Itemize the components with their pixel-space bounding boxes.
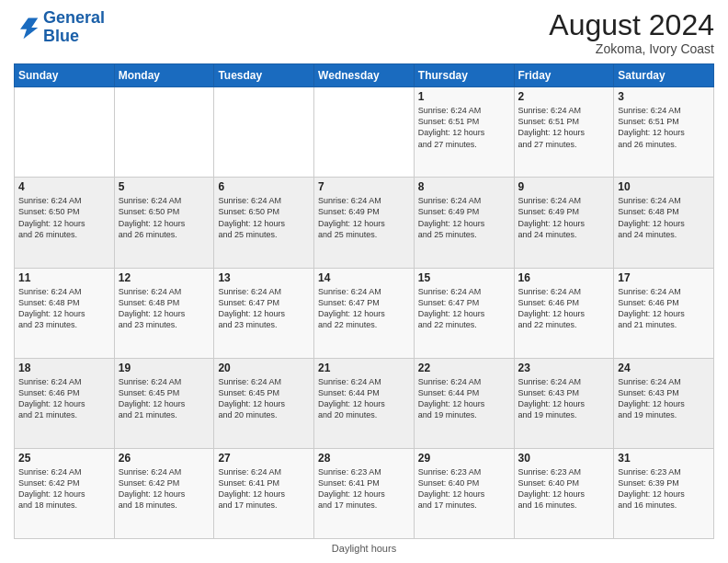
day-number: 28: [318, 452, 410, 465]
calendar-cell: [114, 87, 214, 178]
day-header-saturday: Saturday: [614, 64, 714, 87]
day-header-friday: Friday: [514, 64, 614, 87]
footer-text: Daylight hours: [332, 543, 396, 554]
month-year: August 2024: [549, 9, 714, 41]
page: General Blue August 2024 Zokoma, Ivory C…: [0, 0, 728, 563]
calendar-week-row: 4Sunrise: 6:24 AM Sunset: 6:50 PM Daylig…: [15, 178, 714, 268]
day-info: Sunrise: 6:24 AM Sunset: 6:48 PM Dayligh…: [618, 195, 710, 240]
day-info: Sunrise: 6:24 AM Sunset: 6:47 PM Dayligh…: [218, 286, 310, 331]
day-info: Sunrise: 6:24 AM Sunset: 6:41 PM Dayligh…: [218, 466, 310, 511]
calendar-cell: [314, 87, 415, 178]
calendar-cell: [214, 87, 314, 178]
title-block: August 2024 Zokoma, Ivory Coast: [549, 9, 714, 56]
calendar-cell: 23Sunrise: 6:24 AM Sunset: 6:43 PM Dayli…: [514, 358, 614, 448]
calendar-cell: 6Sunrise: 6:24 AM Sunset: 6:50 PM Daylig…: [214, 178, 314, 268]
day-number: 13: [218, 271, 310, 284]
day-info: Sunrise: 6:24 AM Sunset: 6:50 PM Dayligh…: [218, 195, 310, 240]
day-info: Sunrise: 6:24 AM Sunset: 6:47 PM Dayligh…: [418, 286, 510, 331]
day-number: 1: [418, 90, 510, 103]
calendar-cell: 14Sunrise: 6:24 AM Sunset: 6:47 PM Dayli…: [314, 268, 415, 358]
day-info: Sunrise: 6:24 AM Sunset: 6:48 PM Dayligh…: [119, 286, 210, 331]
calendar-table: SundayMondayTuesdayWednesdayThursdayFrid…: [14, 63, 714, 539]
day-number: 26: [119, 452, 210, 465]
calendar-cell: 28Sunrise: 6:23 AM Sunset: 6:41 PM Dayli…: [314, 448, 415, 538]
day-info: Sunrise: 6:24 AM Sunset: 6:49 PM Dayligh…: [318, 195, 410, 240]
day-info: Sunrise: 6:24 AM Sunset: 6:44 PM Dayligh…: [418, 376, 510, 421]
day-number: 16: [518, 271, 610, 284]
day-number: 17: [618, 271, 710, 284]
day-number: 5: [119, 180, 210, 193]
day-number: 2: [518, 90, 610, 103]
calendar-cell: 15Sunrise: 6:24 AM Sunset: 6:47 PM Dayli…: [414, 268, 514, 358]
day-header-wednesday: Wednesday: [314, 64, 415, 87]
day-number: 9: [518, 180, 610, 193]
day-number: 11: [18, 271, 110, 284]
calendar-cell: 30Sunrise: 6:23 AM Sunset: 6:40 PM Dayli…: [514, 448, 614, 538]
calendar-cell: 9Sunrise: 6:24 AM Sunset: 6:49 PM Daylig…: [514, 178, 614, 268]
day-number: 14: [318, 271, 410, 284]
day-info: Sunrise: 6:24 AM Sunset: 6:45 PM Dayligh…: [218, 376, 310, 421]
calendar-header-row: SundayMondayTuesdayWednesdayThursdayFrid…: [15, 64, 714, 87]
day-info: Sunrise: 6:24 AM Sunset: 6:42 PM Dayligh…: [18, 466, 110, 511]
calendar-cell: 29Sunrise: 6:23 AM Sunset: 6:40 PM Dayli…: [414, 448, 514, 538]
calendar-cell: 26Sunrise: 6:24 AM Sunset: 6:42 PM Dayli…: [114, 448, 214, 538]
day-number: 7: [318, 180, 410, 193]
day-number: 12: [119, 271, 210, 284]
calendar-cell: 21Sunrise: 6:24 AM Sunset: 6:44 PM Dayli…: [314, 358, 415, 448]
day-info: Sunrise: 6:24 AM Sunset: 6:49 PM Dayligh…: [518, 195, 610, 240]
day-info: Sunrise: 6:24 AM Sunset: 6:43 PM Dayligh…: [618, 376, 710, 421]
calendar-cell: 18Sunrise: 6:24 AM Sunset: 6:46 PM Dayli…: [15, 358, 115, 448]
day-number: 20: [218, 362, 310, 374]
day-info: Sunrise: 6:23 AM Sunset: 6:41 PM Dayligh…: [318, 466, 410, 511]
calendar-cell: 1Sunrise: 6:24 AM Sunset: 6:51 PM Daylig…: [414, 87, 514, 178]
day-number: 27: [218, 452, 310, 465]
logo-text: General Blue: [43, 9, 105, 46]
calendar-cell: 11Sunrise: 6:24 AM Sunset: 6:48 PM Dayli…: [15, 268, 115, 358]
calendar-week-row: 25Sunrise: 6:24 AM Sunset: 6:42 PM Dayli…: [15, 448, 714, 538]
day-number: 23: [518, 362, 610, 374]
day-header-thursday: Thursday: [414, 64, 514, 87]
day-info: Sunrise: 6:24 AM Sunset: 6:43 PM Dayligh…: [518, 376, 610, 421]
logo-icon: [14, 15, 40, 40]
logo-line1: General: [43, 8, 105, 27]
calendar-cell: [15, 87, 115, 178]
calendar-cell: 19Sunrise: 6:24 AM Sunset: 6:45 PM Dayli…: [114, 358, 214, 448]
location: Zokoma, Ivory Coast: [549, 41, 714, 56]
calendar-cell: 31Sunrise: 6:23 AM Sunset: 6:39 PM Dayli…: [614, 448, 714, 538]
day-info: Sunrise: 6:24 AM Sunset: 6:51 PM Dayligh…: [518, 105, 610, 150]
day-header-monday: Monday: [114, 64, 214, 87]
calendar-cell: 20Sunrise: 6:24 AM Sunset: 6:45 PM Dayli…: [214, 358, 314, 448]
calendar-cell: 3Sunrise: 6:24 AM Sunset: 6:51 PM Daylig…: [614, 87, 714, 178]
day-number: 18: [18, 362, 110, 374]
calendar-cell: 17Sunrise: 6:24 AM Sunset: 6:46 PM Dayli…: [614, 268, 714, 358]
calendar-cell: 27Sunrise: 6:24 AM Sunset: 6:41 PM Dayli…: [214, 448, 314, 538]
calendar-cell: 12Sunrise: 6:24 AM Sunset: 6:48 PM Dayli…: [114, 268, 214, 358]
day-info: Sunrise: 6:24 AM Sunset: 6:46 PM Dayligh…: [18, 376, 110, 421]
svg-marker-0: [20, 17, 38, 39]
day-number: 4: [18, 180, 110, 193]
day-number: 10: [618, 180, 710, 193]
calendar-week-row: 18Sunrise: 6:24 AM Sunset: 6:46 PM Dayli…: [15, 358, 714, 448]
day-number: 15: [418, 271, 510, 284]
day-number: 31: [618, 452, 710, 465]
day-info: Sunrise: 6:24 AM Sunset: 6:48 PM Dayligh…: [18, 286, 110, 331]
day-header-tuesday: Tuesday: [214, 64, 314, 87]
day-info: Sunrise: 6:24 AM Sunset: 6:51 PM Dayligh…: [418, 105, 510, 150]
calendar-week-row: 1Sunrise: 6:24 AM Sunset: 6:51 PM Daylig…: [15, 87, 714, 178]
day-number: 24: [618, 362, 710, 374]
calendar-cell: 7Sunrise: 6:24 AM Sunset: 6:49 PM Daylig…: [314, 178, 415, 268]
footer: Daylight hours: [14, 539, 714, 554]
day-info: Sunrise: 6:24 AM Sunset: 6:46 PM Dayligh…: [618, 286, 710, 331]
calendar-week-row: 11Sunrise: 6:24 AM Sunset: 6:48 PM Dayli…: [15, 268, 714, 358]
calendar-cell: 22Sunrise: 6:24 AM Sunset: 6:44 PM Dayli…: [414, 358, 514, 448]
day-info: Sunrise: 6:23 AM Sunset: 6:40 PM Dayligh…: [518, 466, 610, 511]
calendar-cell: 24Sunrise: 6:24 AM Sunset: 6:43 PM Dayli…: [614, 358, 714, 448]
calendar-cell: 16Sunrise: 6:24 AM Sunset: 6:46 PM Dayli…: [514, 268, 614, 358]
day-header-sunday: Sunday: [15, 64, 115, 87]
day-number: 6: [218, 180, 310, 193]
calendar-cell: 5Sunrise: 6:24 AM Sunset: 6:50 PM Daylig…: [114, 178, 214, 268]
day-number: 3: [618, 90, 710, 103]
day-info: Sunrise: 6:24 AM Sunset: 6:44 PM Dayligh…: [318, 376, 410, 421]
day-info: Sunrise: 6:24 AM Sunset: 6:47 PM Dayligh…: [318, 286, 410, 331]
calendar-cell: 10Sunrise: 6:24 AM Sunset: 6:48 PM Dayli…: [614, 178, 714, 268]
